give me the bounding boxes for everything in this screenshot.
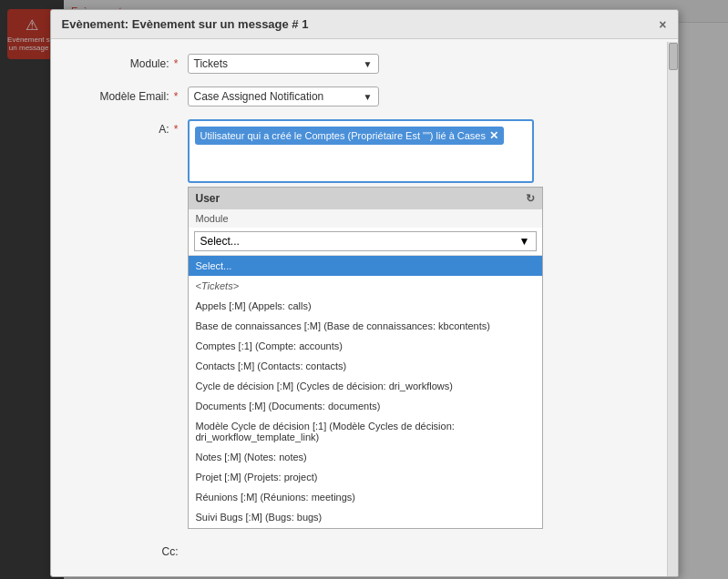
dropdown-item[interactable]: Cycle de décision [:M] (Cycles de décisi…: [189, 376, 542, 396]
modal-dialog: Evènement: Evènement sur un message # 1 …: [50, 9, 679, 577]
cc-row: Cc:: [69, 542, 660, 558]
scrollbar-thumb[interactable]: [669, 43, 678, 70]
dropdown-item[interactable]: Modèle Cycle de décision [:1] (Modèle Cy…: [189, 416, 542, 447]
modal-body: Module: * Tickets ▼ Modèle Email: *: [51, 39, 678, 576]
cc-label: Cc:: [69, 542, 188, 558]
module-select-value: Tickets: [194, 57, 229, 70]
required-star-to: *: [174, 123, 179, 136]
dropdown-module-select-value: Select...: [200, 235, 240, 248]
modal-title: Evènement: Evènement sur un message # 1: [62, 17, 309, 31]
dropdown-item[interactable]: Base de connaissances [:M] (Base de conn…: [189, 316, 542, 336]
scrollbar-track[interactable]: [667, 42, 678, 576]
dropdown-list: Select...<Tickets>Appels [:M] (Appels: c…: [189, 255, 542, 528]
dropdown-module-select[interactable]: Select... ▼: [194, 231, 537, 251]
modal-overlay: Evènement: Evènement sur un message # 1 …: [0, 0, 728, 579]
dropdown-item[interactable]: Comptes [:1] (Compte: accounts): [189, 336, 542, 356]
to-label: A: *: [69, 119, 188, 136]
dropdown-item[interactable]: Contacts [:M] (Contacts: contacts): [189, 356, 542, 376]
to-tag-input[interactable]: Utilisateur qui a créé le Comptes (Propr…: [188, 119, 534, 183]
module-label: Module: *: [69, 54, 188, 70]
email-template-arrow: ▼: [364, 92, 373, 102]
module-control: Tickets ▼: [188, 54, 660, 74]
dropdown-item[interactable]: Documents [:M] (Documents: documents): [189, 396, 542, 416]
to-row: A: * Utilisateur qui a créé le Comptes (…: [69, 119, 660, 529]
email-template-value: Case Assigned Notification: [194, 90, 324, 103]
dropdown-item[interactable]: <Tickets>: [189, 276, 542, 296]
module-row: Module: * Tickets ▼: [69, 54, 660, 74]
to-tag-close[interactable]: ✕: [489, 129, 498, 142]
modal-header: Evènement: Evènement sur un message # 1 …: [51, 10, 678, 39]
user-dropdown-panel: User ↻ Module Select... ▼ Select.: [188, 187, 543, 529]
dropdown-item[interactable]: Suivi Bugs [:M] (Bugs: bugs): [189, 507, 542, 527]
to-tag-text: Utilisateur qui a créé le Comptes (Propr…: [200, 130, 486, 141]
dropdown-item[interactable]: Tâches [:M] (Tâches: tasks): [189, 527, 542, 528]
dropdown-refresh-icon[interactable]: ↻: [526, 192, 535, 205]
dropdown-item[interactable]: Notes [:M] (Notes: notes): [189, 447, 542, 467]
dropdown-header: User ↻: [189, 188, 542, 209]
dropdown-module-select-arrow: ▼: [519, 235, 530, 248]
module-select[interactable]: Tickets ▼: [188, 54, 379, 74]
module-select-arrow: ▼: [364, 59, 373, 69]
dropdown-header-label: User: [196, 192, 220, 205]
email-template-control: Case Assigned Notification ▼: [188, 86, 660, 107]
dropdown-module-section-label: Module: [189, 209, 542, 228]
to-control: Utilisateur qui a créé le Comptes (Propr…: [188, 119, 660, 529]
dropdown-item[interactable]: Appels [:M] (Appels: calls): [189, 296, 542, 316]
to-tag: Utilisateur qui a créé le Comptes (Propr…: [195, 127, 504, 145]
email-template-row: Modèle Email: * Case Assigned Notificati…: [69, 86, 660, 107]
dropdown-item[interactable]: Select...: [189, 256, 542, 276]
dropdown-item[interactable]: Réunions [:M] (Réunions: meetings): [189, 487, 542, 507]
email-template-label: Modèle Email: *: [69, 86, 188, 103]
email-template-select[interactable]: Case Assigned Notification ▼: [188, 86, 379, 107]
required-star: *: [174, 57, 179, 70]
dropdown-item[interactable]: Projet [:M] (Projets: project): [189, 467, 542, 487]
dropdown-module-select-row: Select... ▼: [189, 228, 542, 255]
required-star-email: *: [174, 90, 179, 103]
modal-close-button[interactable]: ×: [659, 18, 666, 31]
